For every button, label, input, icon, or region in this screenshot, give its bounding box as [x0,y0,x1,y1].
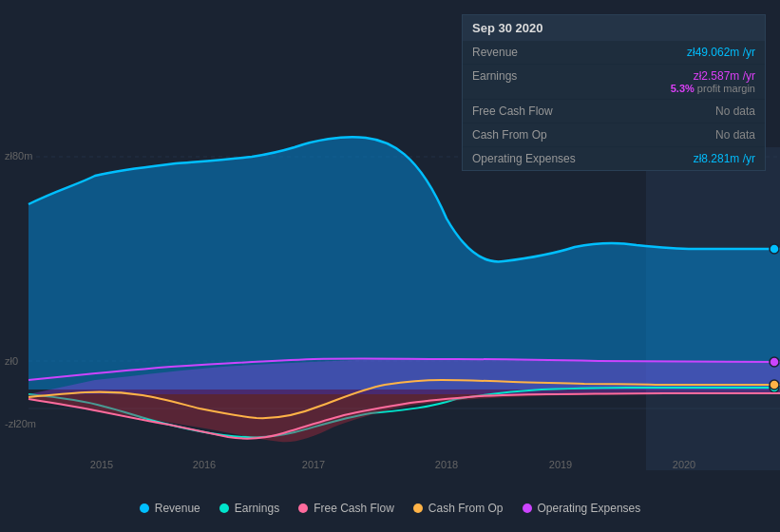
y-label-neg20m: -zł20m [5,418,36,429]
legend-label-opex: Operating Expenses [538,502,641,515]
legend-label-earnings: Earnings [235,502,279,515]
tooltip-earnings-label: Earnings [472,69,517,94]
tooltip-revenue-value: zł49.062m /yr [687,46,755,59]
legend-item-fcf[interactable]: Free Cash Flow [298,502,394,515]
tooltip-revenue-label: Revenue [472,46,518,59]
tooltip-cfo-value: No data [715,128,755,142]
tooltip-operating-expenses: Operating Expenses zł8.281m /yr [463,147,765,170]
y-label-80m: zł80m [5,150,32,162]
tooltip-earnings-value: zł2.587m /yr [671,69,755,83]
tooltip-date: Sep 30 2020 [463,15,765,41]
legend-dot-opex [523,504,532,513]
tooltip-profit-margin: 5.3% profit margin [671,83,755,94]
x-label-2015: 2015 [90,459,113,470]
chart-legend: Revenue Earnings Free Cash Flow Cash Fro… [0,494,780,522]
legend-label-fcf: Free Cash Flow [314,502,394,515]
y-label-0: zł0 [5,355,18,367]
x-label-2020: 2020 [673,459,695,470]
tooltip-opex-value: zł8.281m /yr [694,152,755,165]
svg-point-6 [770,357,779,367]
legend-item-earnings[interactable]: Earnings [219,502,279,515]
legend-dot-fcf [298,504,308,513]
x-label-2018: 2018 [435,459,458,470]
tooltip-free-cash-flow: Free Cash Flow No data [463,100,765,124]
x-label-2019: 2019 [549,459,572,470]
legend-item-opex[interactable]: Operating Expenses [523,502,641,515]
legend-item-revenue[interactable]: Revenue [140,502,200,515]
data-tooltip: Sep 30 2020 Revenue zł49.062m /yr Earnin… [462,14,766,171]
legend-dot-earnings [219,504,229,513]
x-label-2017: 2017 [302,459,325,470]
svg-point-5 [770,244,779,254]
svg-point-8 [770,380,779,390]
tooltip-fcf-value: No data [715,104,755,118]
legend-item-cfo[interactable]: Cash From Op [413,502,504,515]
tooltip-opex-label: Operating Expenses [472,152,576,165]
x-label-2016: 2016 [193,459,216,470]
tooltip-earnings: Earnings zł2.587m /yr 5.3% profit margin [463,65,765,100]
tooltip-fcf-label: Free Cash Flow [472,104,553,118]
tooltip-cfo-label: Cash From Op [472,128,547,142]
tooltip-cash-from-op: Cash From Op No data [463,124,765,147]
legend-dot-revenue [140,504,149,513]
tooltip-revenue: Revenue zł49.062m /yr [463,41,765,65]
legend-label-cfo: Cash From Op [428,502,504,515]
legend-label-revenue: Revenue [155,502,200,515]
legend-dot-cfo [413,504,423,513]
